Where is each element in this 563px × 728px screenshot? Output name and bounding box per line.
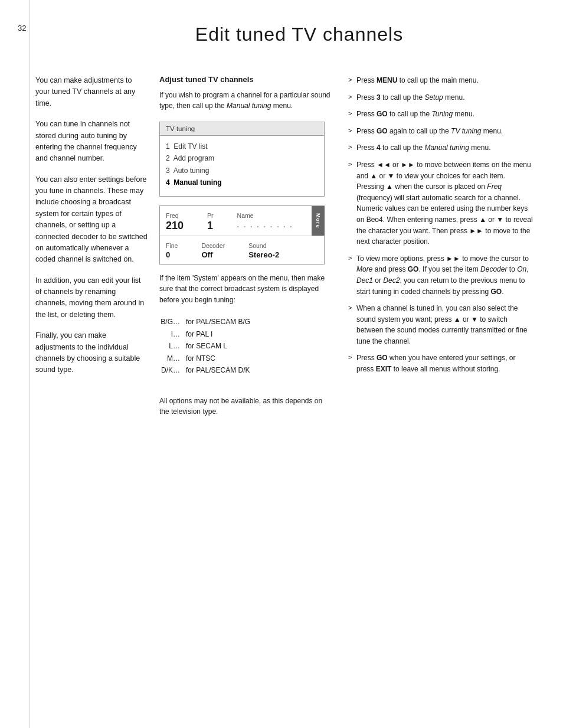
bullet-item-1: Press MENU to call up the main menu.	[348, 75, 533, 86]
freq-group: Freq 210	[166, 212, 184, 231]
bullet-item-2: Press 3 to call up the Setup menu.	[348, 92, 533, 103]
caption-text: If the item 'System' appears on the menu…	[159, 273, 330, 417]
system-desc-m: for NTSC	[186, 353, 215, 364]
pr-label: Pr	[207, 212, 214, 219]
system-desc-l: for SECAM L	[186, 341, 227, 352]
more-tab: More	[312, 206, 325, 236]
bullet-item-5: Press 4 to call up the Manual tuning men…	[348, 142, 533, 154]
more-tab-text: More	[315, 213, 321, 228]
left-para-2: You can tune in channels not stored duri…	[35, 119, 148, 165]
system-item-dk: D/K… for PAL/SECAM D/K	[159, 365, 330, 376]
page-title: Edit tuned TV channels	[65, 24, 533, 45]
tuning-combined: Freq 210 Pr 1 Name . . . . . . . . . Mor…	[159, 205, 325, 265]
decoder-group: Decoder Off	[201, 242, 225, 259]
system-item-i: I… for PAL I	[159, 329, 330, 340]
system-code-dk: D/K…	[159, 365, 180, 376]
bullet-item-7: To view more options, press ►► to move t…	[348, 253, 533, 297]
intro-text: If you wish to program a channel for a p…	[159, 90, 330, 111]
tuning-bottom-row: Fine 0 Decoder Off Sound Stereo-2	[160, 236, 324, 264]
name-value: . . . . . . . . .	[237, 220, 293, 229]
content-layout: You can make adjustments to your tuned T…	[30, 75, 533, 417]
middle-column: Adjust tuned TV channels If you wish to …	[159, 75, 342, 417]
tv-menu-box: TV tuning 1 Edit TV list 2 Add program 3…	[159, 122, 325, 197]
page-container: 32 Edit tuned TV channels You can make a…	[0, 0, 563, 728]
tv-menu-item-1: 1 Edit TV list	[166, 141, 318, 152]
fine-label: Fine	[166, 242, 178, 249]
tuning-top-row: Freq 210 Pr 1 Name . . . . . . . . . Mor…	[160, 206, 324, 236]
fine-group: Fine 0	[166, 242, 178, 259]
tv-menu-item-4: 4 Manual tuning	[166, 177, 318, 188]
left-column: You can make adjustments to your tuned T…	[30, 75, 159, 417]
left-para-4: In addition, you can edit your list of c…	[35, 275, 148, 321]
bullet-list: Press MENU to call up the main menu. Pre…	[348, 75, 533, 375]
pr-value: 1	[207, 220, 214, 231]
freq-value: 210	[166, 220, 184, 231]
sound-value: Stereo-2	[248, 250, 279, 259]
caption-intro: If the item 'System' appears on the menu…	[159, 273, 330, 306]
right-column: Press MENU to call up the main menu. Pre…	[342, 75, 533, 417]
system-item-m: M… for NTSC	[159, 353, 330, 364]
system-item-l: L… for SECAM L	[159, 341, 330, 352]
name-group: Name . . . . . . . . .	[237, 212, 293, 231]
bullet-item-9: Press GO when you have entered your sett…	[348, 352, 533, 374]
all-options-text: All options may not be available, as thi…	[159, 396, 330, 417]
system-code-l: L…	[159, 341, 180, 352]
sound-group: Sound Stereo-2	[248, 242, 279, 259]
left-para-3: You can also enter settings before you t…	[35, 174, 148, 266]
tv-menu-item-2: 2 Add program	[166, 152, 318, 164]
left-border	[30, 0, 30, 728]
tv-menu-item-3: 3 Auto tuning	[166, 165, 318, 177]
fine-value: 0	[166, 250, 178, 259]
system-item-bg: B/G… for PAL/SECAM B/G	[159, 316, 330, 328]
left-para-5: Finally, you can make adjustments to the…	[35, 330, 148, 376]
freq-label: Freq	[166, 212, 184, 219]
system-desc-i: for PAL I	[186, 329, 212, 340]
bullet-item-8: When a channel is tuned in, you can also…	[348, 303, 533, 347]
system-code-bg: B/G…	[159, 316, 180, 328]
bullet-item-6: Press ◄◄ or ►► to move between items on …	[348, 159, 533, 247]
system-code-m: M…	[159, 353, 180, 364]
pr-group: Pr 1	[207, 212, 214, 231]
decoder-label: Decoder	[201, 242, 225, 249]
tv-menu-items: 1 Edit TV list 2 Add program 3 Auto tuni…	[160, 136, 324, 196]
sound-label: Sound	[248, 242, 279, 249]
system-desc-dk: for PAL/SECAM D/K	[186, 365, 250, 376]
system-code-i: I…	[159, 329, 180, 340]
tv-menu-header: TV tuning	[160, 122, 324, 136]
system-desc-bg: for PAL/SECAM B/G	[186, 316, 250, 328]
decoder-value: Off	[201, 250, 225, 259]
bullet-item-4: Press GO again to call up the TV tuning …	[348, 126, 533, 137]
left-para-1: You can make adjustments to your tuned T…	[35, 75, 148, 109]
page-number: 32	[18, 24, 26, 32]
name-label: Name	[237, 212, 293, 219]
section-title: Adjust tuned TV channels	[159, 75, 330, 84]
bullet-item-3: Press GO to call up the Tuning menu.	[348, 109, 533, 120]
